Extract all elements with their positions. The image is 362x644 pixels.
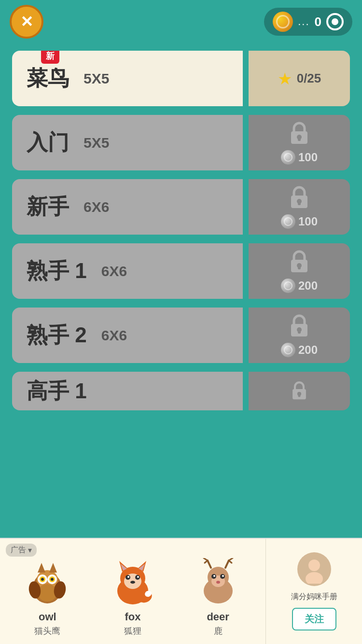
- stars-display: ★ 0/25: [278, 69, 321, 88]
- level-title-novice: 新手: [27, 193, 69, 221]
- svg-rect-8: [298, 266, 301, 269]
- lock-wrap-novice: 100: [281, 185, 318, 229]
- fox-name-en: fox: [125, 611, 140, 623]
- ad-label: 广告 ▾: [6, 544, 37, 557]
- svg-line-46: [225, 560, 229, 568]
- svg-point-39: [137, 576, 139, 578]
- owl-name-en: owl: [39, 611, 56, 623]
- level-size-beginner: 5X5: [84, 135, 109, 151]
- level-size-skilled2: 6X6: [101, 327, 127, 344]
- lock-icon-expert: [287, 380, 311, 402]
- lock-cost-novice: 100: [281, 214, 318, 229]
- svg-point-26: [38, 584, 57, 602]
- level-card-skilled1[interactable]: 熟手 1 6X6 200: [12, 243, 350, 299]
- svg-point-23: [41, 578, 44, 581]
- lock-cost-skilled2: 200: [281, 343, 318, 357]
- coin-area: ... 0: [264, 8, 352, 36]
- svg-point-57: [308, 560, 320, 571]
- level-right-skilled1: 200: [249, 243, 350, 299]
- ad-dropdown-icon: ▾: [28, 546, 32, 555]
- ad-avatar: [297, 552, 331, 586]
- ad-banner: 广告 ▾: [0, 538, 362, 644]
- svg-marker-18: [49, 563, 57, 573]
- svg-line-43: [208, 560, 211, 568]
- svg-point-38: [127, 576, 129, 578]
- level-card-beginner[interactable]: 入门 5X5 100: [12, 115, 350, 170]
- level-card-rookie[interactable]: 新 菜鸟 5X5 ★ 0/25: [12, 51, 350, 106]
- level-card-expert[interactable]: 高手 1: [12, 372, 350, 410]
- divider-novice: [243, 179, 249, 235]
- level-size-novice: 6X6: [84, 199, 109, 215]
- ad-animal-owl: owl 猫头鹰: [21, 556, 74, 637]
- ad-right: 满分妈咪手册 关注: [265, 539, 362, 644]
- svg-line-45: [205, 560, 208, 563]
- star-icon: ★: [278, 69, 292, 88]
- level-title-beginner: 入门: [27, 128, 69, 157]
- level-title-rookie: 菜鸟: [27, 64, 69, 93]
- level-title-expert: 高手 1: [27, 377, 87, 406]
- lock-coin-icon-novice: [281, 214, 295, 229]
- svg-point-24: [51, 578, 54, 581]
- content: 新 菜鸟 5X5 ★ 0/25 入门 5X5: [0, 43, 362, 547]
- coin-count: 0: [315, 14, 321, 29]
- lock-coin-icon-skilled2: [281, 343, 295, 357]
- deer-name-cn: 鹿: [214, 625, 223, 637]
- svg-point-40: [130, 581, 135, 584]
- level-left-novice: 新手 6X6: [12, 179, 243, 235]
- level-size-rookie: 5X5: [84, 70, 109, 87]
- svg-marker-17: [38, 563, 45, 573]
- divider-beginner: [243, 115, 249, 170]
- level-card-novice[interactable]: 新手 6X6 100: [12, 179, 350, 235]
- ad-animal-deer: deer 鹿: [192, 556, 245, 637]
- svg-rect-2: [298, 137, 301, 141]
- lock-cost-num-beginner: 100: [298, 151, 318, 164]
- svg-rect-11: [298, 330, 301, 334]
- svg-point-55: [222, 575, 224, 577]
- level-right-skilled2: 200: [249, 308, 350, 363]
- level-right-novice: 100: [249, 179, 350, 235]
- level-title-skilled1: 熟手 1: [27, 257, 87, 285]
- deer-image: [192, 556, 245, 609]
- level-left-skilled1: 熟手 1 6X6: [12, 243, 243, 299]
- divider-expert: [243, 372, 249, 410]
- coin-dots: ...: [298, 15, 309, 28]
- lock-icon-novice: [287, 185, 311, 211]
- deer-name-en: deer: [207, 611, 229, 623]
- follow-button[interactable]: 关注: [292, 608, 336, 630]
- lock-cost-num-skilled1: 200: [298, 279, 318, 293]
- owl-image: [21, 556, 74, 609]
- lock-cost-num-novice: 100: [298, 215, 318, 228]
- lock-wrap-skilled1: 200: [281, 249, 318, 293]
- target-icon: [326, 13, 344, 30]
- owl-name-cn: 猫头鹰: [34, 625, 60, 637]
- ad-animal-fox: fox 狐狸: [106, 556, 159, 637]
- lock-wrap-beginner: 100: [281, 121, 318, 165]
- level-left-skilled2: 熟手 2 6X6: [12, 308, 243, 363]
- svg-rect-5: [298, 201, 301, 205]
- header: ✕ ... 0: [0, 0, 362, 43]
- close-icon: ✕: [20, 14, 33, 29]
- level-title-skilled2: 熟手 2: [27, 321, 87, 350]
- level-right-expert: [249, 372, 350, 410]
- divider-rookie: [243, 51, 249, 106]
- fox-image: [106, 556, 159, 609]
- ad-animals: owl 猫头鹰: [0, 539, 265, 644]
- ad-label-text: 广告: [11, 545, 26, 555]
- lock-coin-icon: [281, 150, 295, 165]
- lock-cost-num-skilled2: 200: [298, 343, 318, 357]
- level-card-skilled2[interactable]: 熟手 2 6X6 200: [12, 308, 350, 363]
- level-right-beginner: 100: [249, 115, 350, 170]
- close-button[interactable]: ✕: [10, 5, 43, 39]
- lock-coin-icon-skilled1: [281, 279, 295, 293]
- svg-rect-14: [298, 393, 301, 397]
- divider-skilled1: [243, 243, 249, 299]
- level-left-expert: 高手 1: [12, 372, 243, 410]
- coin-icon: [273, 12, 293, 32]
- lock-cost-beginner: 100: [281, 150, 318, 165]
- level-left-beginner: 入门 5X5: [12, 115, 243, 170]
- svg-line-48: [229, 560, 232, 563]
- stars-count: 0/25: [297, 71, 321, 86]
- lock-icon-skilled1: [287, 249, 311, 276]
- lock-wrap-skilled2: 200: [281, 313, 318, 357]
- lock-cost-skilled1: 200: [281, 279, 318, 293]
